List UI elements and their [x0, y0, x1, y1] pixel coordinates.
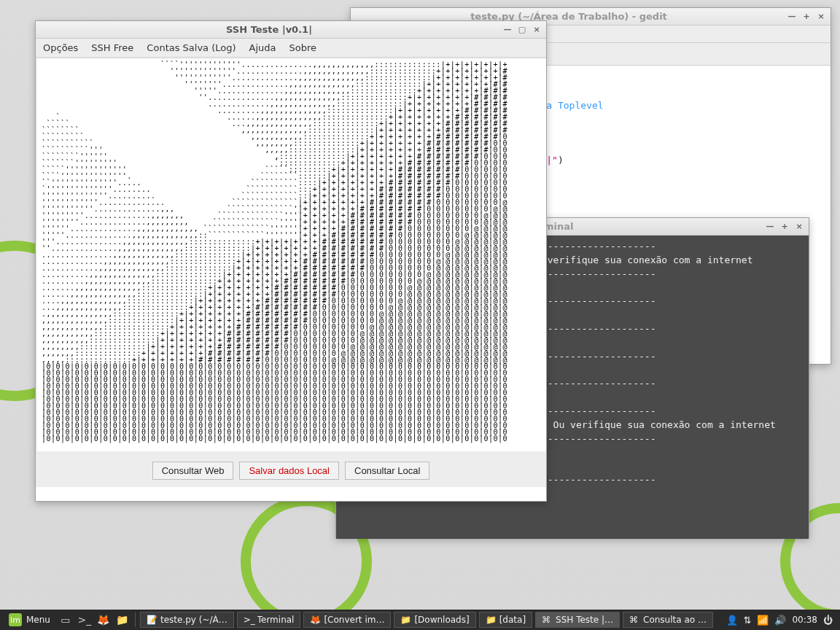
- ssh-menu-opcoes[interactable]: Opções: [43, 42, 78, 53]
- taskbar-task[interactable]: ⌘Consulta ao …: [623, 612, 713, 628]
- taskbar-task[interactable]: 📁[data]: [479, 612, 532, 628]
- taskbar-task[interactable]: ⌘SSH Teste |…: [535, 612, 620, 628]
- taskbar-task[interactable]: 📁[Downloads]: [394, 612, 475, 628]
- close-button[interactable]: ×: [816, 12, 826, 22]
- salvar-dados-button[interactable]: Salvar dados Local: [239, 462, 339, 480]
- clock[interactable]: 00:38: [792, 615, 817, 625]
- ssh-button-row: Consultar Web Salvar dados Local Consult…: [36, 451, 546, 487]
- system-tray: 👤 ⇅ 📶 🔊 00:38 ⏻: [722, 615, 838, 626]
- ssh-menubar: Opções SSH Free Contas Salva (Log) Ajuda…: [36, 39, 546, 58]
- minimize-button[interactable]: —: [502, 25, 513, 35]
- volume-icon[interactable]: 🔊: [774, 615, 786, 626]
- lock-icon[interactable]: ⏻: [823, 615, 833, 626]
- consultar-local-button[interactable]: Consultar Local: [345, 462, 429, 480]
- minimize-button[interactable]: —: [765, 222, 775, 232]
- task-list: 📝teste.py (~/Á…>_Terminal🦊[Convert im…📁[…: [139, 612, 715, 628]
- close-button[interactable]: ×: [794, 222, 804, 232]
- ssh-window: SSH Teste |v0.1| — ▢ × Opções SSH Free C…: [35, 20, 547, 502]
- launcher-terminal[interactable]: >_: [76, 612, 93, 628]
- launcher-firefox[interactable]: 🦊: [95, 612, 112, 628]
- maximize-button[interactable]: ▢: [517, 25, 527, 35]
- separator: [135, 612, 136, 627]
- user-icon[interactable]: 👤: [726, 615, 738, 626]
- minimize-button[interactable]: —: [787, 12, 797, 22]
- close-button[interactable]: ×: [532, 25, 542, 35]
- ssh-menu-sobre[interactable]: Sobre: [289, 42, 317, 53]
- taskbar-task[interactable]: 📝teste.py (~/Á…: [140, 612, 234, 628]
- launcher-files[interactable]: 📁: [114, 612, 131, 628]
- ssh-titlebar[interactable]: SSH Teste |v0.1| — ▢ ×: [36, 21, 546, 39]
- ssh-menu-ajuda[interactable]: Ajuda: [249, 42, 276, 53]
- start-menu-button[interactable]: lm Menu: [3, 612, 56, 628]
- consultar-web-button[interactable]: Consultar Web: [152, 462, 234, 480]
- desktop: teste.py (~/Área de Trabalho) - gedit — …: [0, 0, 840, 630]
- network-icon[interactable]: ⇅: [744, 615, 752, 626]
- launcher-show-desktop[interactable]: ▭: [57, 612, 74, 628]
- menu-label: Menu: [26, 615, 50, 625]
- taskbar: lm Menu ▭ >_ 🦊 📁 📝teste.py (~/Á…>_Termin…: [0, 610, 840, 630]
- mint-icon: lm: [9, 613, 22, 626]
- ssh-title: SSH Teste |v0.1|: [40, 24, 498, 35]
- wifi-icon[interactable]: 📶: [757, 615, 769, 626]
- taskbar-task[interactable]: 🦊[Convert im…: [303, 612, 391, 628]
- ssh-menu-sshfree[interactable]: SSH Free: [91, 42, 133, 53]
- ssh-ascii-display: ````'''''''''''''...............,,,,,,,,…: [36, 58, 546, 451]
- maximize-button[interactable]: +: [801, 12, 812, 22]
- maximize-button[interactable]: +: [779, 222, 790, 232]
- ssh-menu-contas[interactable]: Contas Salva (Log): [147, 42, 236, 53]
- taskbar-task[interactable]: >_Terminal: [237, 612, 301, 628]
